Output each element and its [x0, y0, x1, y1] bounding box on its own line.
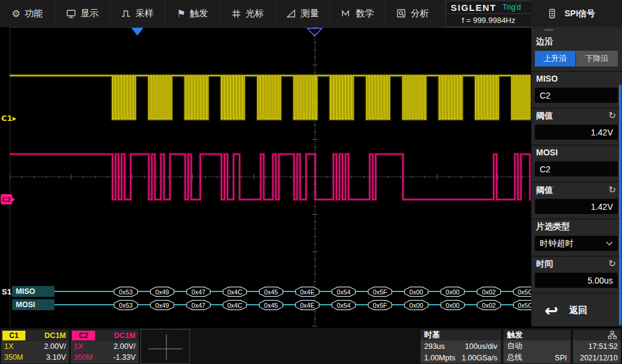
- cs-type-dropdown[interactable]: 时钟超时: [535, 236, 618, 251]
- decode-bubble: 0x45: [259, 300, 283, 310]
- decode-bubble: 0x53: [114, 287, 138, 297]
- refresh-icon[interactable]: ↻: [608, 258, 616, 269]
- decode-bubble: 0x49: [150, 287, 174, 297]
- timebase-delay: 293us: [424, 342, 445, 351]
- trigger-box[interactable]: 触发 自动 总线SPI: [503, 330, 571, 363]
- back-label: 返回: [569, 305, 588, 316]
- decode-bubble: 0x5F: [368, 300, 392, 310]
- c1-bandwidth: 350M: [4, 353, 23, 362]
- c2-badge: C2: [72, 331, 95, 340]
- decode-bubble: 0x00: [440, 287, 465, 297]
- decode-bubble: 0x4E: [295, 287, 319, 297]
- c2-channel-box[interactable]: C2 DC1M 1X2.00V/ 350M-1.33V: [71, 330, 139, 363]
- miso-threshold-input[interactable]: 1.42V: [535, 125, 618, 140]
- mosi-label: MOSI: [536, 148, 558, 157]
- miso-source-select[interactable]: C2: [535, 88, 618, 103]
- decode-bubble: 0x5F: [368, 287, 392, 297]
- decode-layer: S1 MISO MOSI 0x530x490x470x4C0x450x4E0x5…: [0, 0, 531, 364]
- timeout-input[interactable]: 5.00us: [535, 273, 618, 288]
- timebase-box[interactable]: 时基 293us100us/div 1.00Mpts1.00GSa/s: [421, 330, 501, 363]
- decode-bubble: 0x5C: [513, 300, 531, 310]
- c2-coupling: DC1M: [114, 331, 139, 340]
- mosi-threshold-input[interactable]: 1.42V: [535, 199, 618, 214]
- decode-bubble: 0x02: [477, 300, 501, 310]
- timebase-scale: 100us/div: [465, 342, 497, 351]
- edge-label: 边沿: [536, 36, 553, 47]
- decode-bubble: 0x54: [332, 287, 356, 297]
- miso-label: MISO: [536, 74, 558, 83]
- mosi-threshold-label: 阈值: [536, 185, 553, 196]
- add-channel-placeholder[interactable]: [140, 329, 190, 364]
- trigger-mode: 自动: [507, 341, 522, 351]
- falling-edge-button[interactable]: 下降沿: [576, 51, 618, 67]
- decode-bubble: 0x4C: [223, 287, 247, 297]
- c2-atten: 1X: [74, 342, 83, 351]
- decode-bubble: 0x47: [186, 287, 211, 297]
- c2-bandwidth: 350M: [74, 353, 93, 362]
- refresh-icon[interactable]: ↻: [608, 110, 616, 121]
- c2-offset: -1.33V: [113, 353, 136, 362]
- decode-bubble: 0x00: [440, 300, 465, 310]
- panel-scrollbar[interactable]: [619, 85, 621, 325]
- c1-channel-box[interactable]: C1 DC1M 1X2.00V/ 350M3.10V: [1, 330, 69, 363]
- c1-coupling: DC1M: [45, 331, 69, 340]
- crosshair-icon: [147, 332, 183, 361]
- decode-bubble: 0x49: [150, 300, 174, 310]
- c1-vdiv: 2.00V/: [44, 342, 66, 351]
- decode-bubble: 0x02: [477, 287, 501, 297]
- status-bar: C1 DC1M 1X2.00V/ 350M3.10V C2 DC1M 1X2.0…: [0, 327, 622, 364]
- timebase-samplerate: 1.00GSa/s: [462, 354, 497, 362]
- mosi-source-select[interactable]: C2: [535, 161, 618, 177]
- refresh-icon[interactable]: ↻: [608, 184, 616, 195]
- trigger-label: 触发: [503, 330, 571, 340]
- decode-bubble: 0x45: [259, 287, 283, 297]
- decode-bubble: 0x5C: [513, 287, 531, 297]
- c1-badge: C1: [2, 331, 25, 340]
- clock-time: 17:51:52: [573, 340, 621, 352]
- clock-date: 2021/12/10: [573, 352, 621, 363]
- decode-bubble: 0x53: [114, 300, 138, 310]
- panel-title: SPI信号: [565, 8, 595, 19]
- panel-header: SPI信号: [531, 0, 622, 27]
- trigger-bus-type: SPI: [555, 354, 567, 362]
- cs-type-value: 时钟超时: [540, 238, 574, 249]
- oscilloscope-screen: ⚙ 功能 显示 采样 ⚑ 触发 光标 测量 数学 分析: [0, 0, 622, 364]
- list-icon: [547, 8, 557, 19]
- decode-bubbles-miso: 0x530x490x470x4C0x450x4E0x540x5F0x000x00…: [0, 287, 531, 297]
- panel-scroll-top-indicator: [545, 29, 553, 31]
- c2-vdiv: 2.00V/: [114, 342, 136, 351]
- decode-bubbles-mosi: 0x530x490x470x4C0x450x4E0x540x5F0x000x00…: [0, 300, 531, 310]
- back-button[interactable]: ↩ 返回: [531, 295, 622, 325]
- spi-settings-panel: SPI信号 边沿 上升沿 下降沿 MISO C2 阈值 ↻ 1.42V MOSI…: [531, 0, 622, 327]
- c1-offset: 3.10V: [46, 353, 66, 362]
- decode-bubble: 0x00: [404, 300, 428, 310]
- miso-threshold-label: 阈值: [536, 111, 553, 122]
- cs-type-label: 片选类型: [536, 221, 570, 232]
- timebase-label: 时基: [421, 330, 501, 340]
- timebase-memory: 1.00Mpts: [424, 354, 455, 362]
- decode-bubble: 0x54: [332, 300, 356, 310]
- trigger-source-label: 总线: [507, 353, 522, 363]
- c1-atten: 1X: [4, 342, 13, 351]
- decode-bubble: 0x4E: [295, 300, 319, 310]
- rising-edge-button[interactable]: 上升沿: [535, 51, 575, 67]
- time-label: 时间: [536, 259, 553, 270]
- chevron-down-icon: [606, 241, 613, 246]
- network-icon: [607, 331, 617, 340]
- decode-bubble: 0x4C: [223, 300, 247, 310]
- back-arrow-icon: ↩: [545, 302, 558, 319]
- datetime-box: 17:51:52 2021/12/10: [573, 330, 621, 363]
- decode-bubble: 0x00: [404, 287, 428, 297]
- decode-bubble: 0x47: [186, 300, 211, 310]
